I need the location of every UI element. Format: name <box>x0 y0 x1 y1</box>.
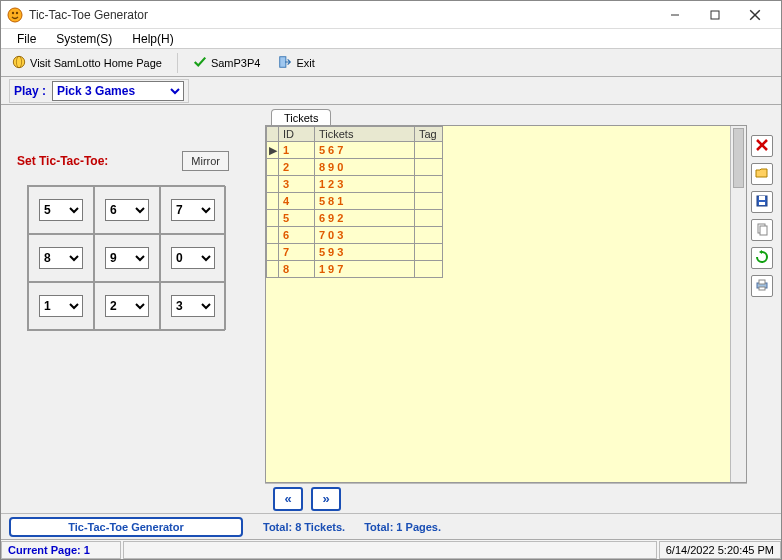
svg-rect-4 <box>711 11 719 19</box>
cell-tag <box>415 244 443 261</box>
cell-tag <box>415 193 443 210</box>
samp3p4-label: SamP3P4 <box>211 57 261 69</box>
minimize-button[interactable] <box>655 1 695 29</box>
cell-tickets: 123 <box>315 176 415 193</box>
table-row[interactable]: ▶1567 <box>267 142 443 159</box>
cell-select-0[interactable]: 5 <box>39 199 83 221</box>
side-icon-column <box>747 105 775 513</box>
exit-button[interactable]: Exit <box>271 52 321 74</box>
svg-rect-18 <box>759 280 765 284</box>
status-datetime: 6/14/2022 5:20:45 PM <box>659 541 781 559</box>
delete-button[interactable] <box>751 135 773 157</box>
col-id[interactable]: ID <box>279 127 315 142</box>
mirror-button[interactable]: Mirror <box>182 151 229 171</box>
cell-tag <box>415 210 443 227</box>
cell-select-6[interactable]: 1 <box>39 295 83 317</box>
copy-button[interactable] <box>751 219 773 241</box>
table-row[interactable]: 2890 <box>267 159 443 176</box>
status-filler <box>123 541 657 559</box>
cell-tickets: 703 <box>315 227 415 244</box>
cell-tickets: 593 <box>315 244 415 261</box>
vertical-scrollbar[interactable] <box>730 126 746 482</box>
check-icon <box>193 55 207 71</box>
table-row[interactable]: 4581 <box>267 193 443 210</box>
open-button[interactable] <box>751 163 773 185</box>
open-folder-icon <box>755 166 769 182</box>
pager: « » <box>265 483 747 513</box>
totals: Total: 8 Tickets. Total: 1 Pages. <box>263 521 441 533</box>
play-row: Play : Pick 3 Games <box>1 77 781 105</box>
tab-header: Tickets <box>265 105 747 125</box>
svg-point-2 <box>16 11 18 13</box>
svg-rect-9 <box>280 56 286 67</box>
cell-id: 3 <box>279 176 315 193</box>
menu-system[interactable]: System(S) <box>46 30 122 48</box>
cell-select-7[interactable]: 2 <box>105 295 149 317</box>
table-row[interactable]: 5692 <box>267 210 443 227</box>
menu-file[interactable]: File <box>7 30 46 48</box>
table-row[interactable]: 6703 <box>267 227 443 244</box>
cell-tickets: 581 <box>315 193 415 210</box>
generator-button[interactable]: Tic-Tac-Toe Generator <box>9 517 243 537</box>
set-tictactoe-label: Set Tic-Tac-Toe: <box>17 154 108 168</box>
svg-rect-19 <box>759 287 765 290</box>
cell-select-2[interactable]: 7 <box>171 199 215 221</box>
row-marker <box>267 227 279 244</box>
visit-home-button[interactable]: Visit SamLotto Home Page <box>5 52 169 74</box>
play-game-select[interactable]: Pick 3 Games <box>52 81 184 101</box>
status-bar: Current Page: 1 6/14/2022 5:20:45 PM <box>1 539 781 559</box>
cell-id: 2 <box>279 159 315 176</box>
svg-rect-14 <box>759 202 765 205</box>
page-prev-button[interactable]: « <box>273 487 303 511</box>
toolbar: Visit SamLotto Home Page SamP3P4 Exit <box>1 49 781 77</box>
cell-select-5[interactable]: 0 <box>171 247 215 269</box>
tab-tickets[interactable]: Tickets <box>271 109 331 126</box>
svg-point-1 <box>12 11 14 13</box>
cell-tag <box>415 142 443 159</box>
refresh-button[interactable] <box>751 247 773 269</box>
refresh-icon <box>755 250 769 266</box>
row-marker <box>267 176 279 193</box>
cell-tickets: 890 <box>315 159 415 176</box>
svg-rect-13 <box>759 196 765 200</box>
cell-id: 6 <box>279 227 315 244</box>
app-icon <box>7 7 23 23</box>
cell-tickets: 692 <box>315 210 415 227</box>
maximize-button[interactable] <box>695 1 735 29</box>
main-area: Set Tic-Tac-Toe: Mirror 5 6 7 8 9 0 1 2 … <box>1 105 781 513</box>
cell-id: 1 <box>279 142 315 159</box>
bottom-bar: Tic-Tac-Toe Generator Total: 8 Tickets. … <box>1 513 781 539</box>
cell-select-8[interactable]: 3 <box>171 295 215 317</box>
delete-icon <box>755 138 769 154</box>
table-row[interactable]: 3123 <box>267 176 443 193</box>
right-panel: Tickets ID Tickets Tag ▶1567289031234581… <box>265 105 781 513</box>
print-icon <box>755 278 769 294</box>
exit-label: Exit <box>296 57 314 69</box>
print-button[interactable] <box>751 275 773 297</box>
cell-tag <box>415 176 443 193</box>
row-marker: ▶ <box>267 142 279 159</box>
close-button[interactable] <box>735 1 775 29</box>
svg-rect-16 <box>760 226 767 235</box>
cell-select-1[interactable]: 6 <box>105 199 149 221</box>
toolbar-separator <box>177 53 178 73</box>
left-panel: Set Tic-Tac-Toe: Mirror 5 6 7 8 9 0 1 2 … <box>1 105 265 513</box>
titlebar: Tic-Tac-Toe Generator <box>1 1 781 29</box>
cell-select-4[interactable]: 9 <box>105 247 149 269</box>
copy-icon <box>755 222 769 238</box>
save-button[interactable] <box>751 191 773 213</box>
samp3p4-button[interactable]: SamP3P4 <box>186 52 268 74</box>
cell-id: 8 <box>279 261 315 278</box>
page-next-button[interactable]: » <box>311 487 341 511</box>
col-tickets[interactable]: Tickets <box>315 127 415 142</box>
cell-select-3[interactable]: 8 <box>39 247 83 269</box>
svg-point-0 <box>8 8 22 22</box>
scrollbar-thumb[interactable] <box>733 128 744 188</box>
tickets-table-wrap: ID Tickets Tag ▶156728903123458156926703… <box>265 125 747 483</box>
table-row[interactable]: 7593 <box>267 244 443 261</box>
row-marker <box>267 261 279 278</box>
table-row[interactable]: 8197 <box>267 261 443 278</box>
col-tag[interactable]: Tag <box>415 127 443 142</box>
menu-help[interactable]: Help(H) <box>122 30 183 48</box>
cell-tag <box>415 261 443 278</box>
